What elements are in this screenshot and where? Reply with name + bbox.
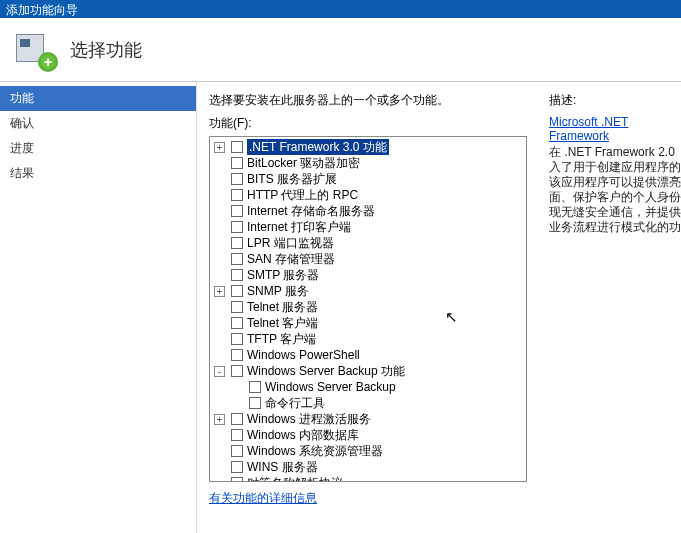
features-tree[interactable]: +.NET Framework 3.0 功能BitLocker 驱动器加密BIT…	[209, 136, 527, 482]
wizard-header: + 选择功能	[0, 18, 681, 82]
feature-label[interactable]: LPR 端口监视器	[247, 235, 334, 251]
feature-checkbox[interactable]	[249, 397, 261, 409]
feature-checkbox[interactable]	[231, 221, 243, 233]
feature-label[interactable]: TFTP 客户端	[247, 331, 316, 347]
feature-label[interactable]: Internet 打印客户端	[247, 219, 351, 235]
feature-checkbox[interactable]	[231, 173, 243, 185]
feature-checkbox[interactable]	[249, 381, 261, 393]
tree-node[interactable]: WINS 服务器	[210, 459, 526, 475]
description-link[interactable]: Microsoft .NET Framework	[549, 115, 681, 143]
sidebar-item-results[interactable]: 结果	[0, 161, 196, 186]
feature-checkbox[interactable]	[231, 253, 243, 265]
tree-node[interactable]: TFTP 客户端	[210, 331, 526, 347]
feature-label[interactable]: SMTP 服务器	[247, 267, 319, 283]
tree-node[interactable]: BitLocker 驱动器加密	[210, 155, 526, 171]
tree-node[interactable]: HTTP 代理上的 RPC	[210, 187, 526, 203]
feature-checkbox[interactable]	[231, 477, 243, 482]
feature-checkbox[interactable]	[231, 333, 243, 345]
feature-label[interactable]: BitLocker 驱动器加密	[247, 155, 360, 171]
plus-icon: +	[38, 52, 58, 72]
tree-node[interactable]: Telnet 服务器	[210, 299, 526, 315]
feature-checkbox[interactable]	[231, 237, 243, 249]
page-title: 选择功能	[70, 38, 142, 62]
feature-checkbox[interactable]	[231, 445, 243, 457]
feature-label[interactable]: WINS 服务器	[247, 459, 318, 475]
tree-node[interactable]: +Windows 进程激活服务	[210, 411, 526, 427]
description-text: 在 .NET Framework 2.0 入了用于创建应用程序的该应用程序可以提…	[549, 145, 681, 235]
feature-label[interactable]: Windows Server Backup 功能	[247, 363, 405, 379]
feature-label[interactable]: Windows 进程激活服务	[247, 411, 371, 427]
tree-node[interactable]: Internet 存储命名服务器	[210, 203, 526, 219]
instruction-text: 选择要安装在此服务器上的一个或多个功能。	[209, 92, 535, 109]
feature-checkbox[interactable]	[231, 285, 243, 297]
tree-node[interactable]: Windows 内部数据库	[210, 427, 526, 443]
feature-label[interactable]: 命令行工具	[265, 395, 325, 411]
tree-node[interactable]: +SNMP 服务	[210, 283, 526, 299]
tree-node[interactable]: -Windows Server Backup 功能	[210, 363, 526, 379]
tree-node[interactable]: Windows Server Backup	[210, 379, 526, 395]
tree-node[interactable]: +.NET Framework 3.0 功能	[210, 139, 526, 155]
feature-checkbox[interactable]	[231, 301, 243, 313]
tree-node[interactable]: 对等名称解析协议	[210, 475, 526, 482]
feature-checkbox[interactable]	[231, 189, 243, 201]
feature-label[interactable]: Windows PowerShell	[247, 347, 360, 363]
tree-node[interactable]: Internet 打印客户端	[210, 219, 526, 235]
window-title: 添加功能向导	[6, 3, 78, 17]
feature-checkbox[interactable]	[231, 349, 243, 361]
sidebar-item-progress[interactable]: 进度	[0, 136, 196, 161]
feature-checkbox[interactable]	[231, 157, 243, 169]
feature-label[interactable]: Windows Server Backup	[265, 379, 396, 395]
feature-label[interactable]: Windows 内部数据库	[247, 427, 359, 443]
tree-node[interactable]: BITS 服务器扩展	[210, 171, 526, 187]
tree-node[interactable]: 命令行工具	[210, 395, 526, 411]
expand-icon[interactable]: +	[214, 414, 225, 425]
feature-label[interactable]: SNMP 服务	[247, 283, 309, 299]
feature-label[interactable]: Internet 存储命名服务器	[247, 203, 375, 219]
sidebar-item-confirm[interactable]: 确认	[0, 111, 196, 136]
description-panel: 描述: Microsoft .NET Framework 在 .NET Fram…	[549, 92, 681, 523]
feature-checkbox[interactable]	[231, 461, 243, 473]
feature-checkbox[interactable]	[231, 429, 243, 441]
tree-node[interactable]: Telnet 客户端	[210, 315, 526, 331]
feature-label[interactable]: 对等名称解析协议	[247, 475, 343, 482]
feature-label[interactable]: SAN 存储管理器	[247, 251, 335, 267]
tree-node[interactable]: Windows 系统资源管理器	[210, 443, 526, 459]
tree-node[interactable]: SMTP 服务器	[210, 267, 526, 283]
feature-checkbox[interactable]	[231, 365, 243, 377]
feature-label[interactable]: Telnet 客户端	[247, 315, 318, 331]
wizard-icon: +	[16, 30, 56, 70]
feature-checkbox[interactable]	[231, 269, 243, 281]
feature-label[interactable]: Telnet 服务器	[247, 299, 318, 315]
features-label: 功能(F):	[209, 115, 535, 132]
more-info-link[interactable]: 有关功能的详细信息	[209, 490, 317, 507]
sidebar-item-features[interactable]: 功能	[0, 86, 196, 111]
window-titlebar: 添加功能向导	[0, 0, 681, 18]
expand-icon[interactable]: +	[214, 142, 225, 153]
feature-checkbox[interactable]	[231, 317, 243, 329]
tree-node[interactable]: Windows PowerShell	[210, 347, 526, 363]
feature-label[interactable]: Windows 系统资源管理器	[247, 443, 383, 459]
description-heading: 描述:	[549, 92, 681, 109]
wizard-steps-sidebar: 功能 确认 进度 结果	[0, 82, 196, 533]
expand-icon[interactable]: +	[214, 286, 225, 297]
feature-label[interactable]: BITS 服务器扩展	[247, 171, 337, 187]
collapse-icon[interactable]: -	[214, 366, 225, 377]
feature-checkbox[interactable]	[231, 141, 243, 153]
feature-label[interactable]: HTTP 代理上的 RPC	[247, 187, 358, 203]
feature-checkbox[interactable]	[231, 205, 243, 217]
feature-label[interactable]: .NET Framework 3.0 功能	[247, 139, 389, 155]
tree-node[interactable]: SAN 存储管理器	[210, 251, 526, 267]
feature-checkbox[interactable]	[231, 413, 243, 425]
main-content: 选择要安装在此服务器上的一个或多个功能。 功能(F): +.NET Framew…	[196, 82, 681, 533]
tree-node[interactable]: LPR 端口监视器	[210, 235, 526, 251]
